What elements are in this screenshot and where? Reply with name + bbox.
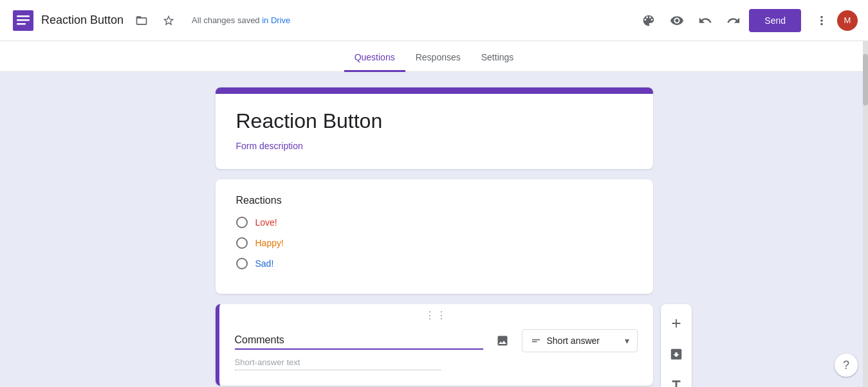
right-toolbar — [661, 304, 692, 387]
image-upload-button[interactable] — [491, 329, 514, 352]
tab-questions[interactable]: Questions — [344, 52, 405, 72]
option-sad: Sad! — [236, 258, 633, 269]
star-button[interactable] — [156, 8, 181, 33]
palette-button[interactable] — [636, 8, 661, 33]
form-description[interactable]: Form description — [236, 141, 633, 151]
question-input[interactable] — [235, 332, 483, 350]
add-question-button[interactable] — [661, 309, 692, 338]
question-row: Short answer ▾ — [235, 329, 638, 352]
option-sad-text: Sad! — [255, 258, 274, 269]
svg-rect-3 — [17, 23, 26, 25]
preview-button[interactable] — [664, 8, 690, 33]
scrollbar-thumb[interactable] — [863, 54, 868, 105]
svg-rect-1 — [17, 15, 30, 17]
title-card: Reaction Button Form description — [216, 87, 653, 169]
type-select-arrow-icon: ▾ — [625, 336, 629, 346]
main-content: Reaction Button Form description Reactio… — [0, 72, 868, 387]
svg-rect-2 — [17, 19, 30, 21]
scrollbar[interactable] — [863, 41, 868, 387]
reactions-question-card: Reactions Love! Happy! Sad! — [216, 179, 653, 294]
radio-love[interactable] — [236, 217, 248, 228]
tabs-bar: Questions Responses Settings — [0, 41, 868, 72]
option-happy: Happy! — [236, 237, 633, 249]
user-avatar[interactable]: M — [837, 10, 858, 31]
doc-title: Reaction Button — [41, 14, 124, 27]
radio-happy[interactable] — [236, 237, 248, 249]
drag-handle[interactable]: ⋮⋮ — [219, 304, 653, 324]
topbar: Reaction Button All changes saved in Dri… — [0, 0, 868, 41]
reactions-label: Reactions — [236, 195, 633, 206]
send-button[interactable]: Send — [749, 9, 801, 32]
topbar-icons: Send M — [636, 8, 858, 33]
help-button[interactable]: ? — [835, 354, 858, 377]
question-content: Short answer ▾ Short-answer text — [219, 324, 653, 386]
tab-settings[interactable]: Settings — [471, 52, 524, 72]
add-title-button[interactable] — [661, 371, 692, 387]
short-answer-preview: Short-answer text — [235, 357, 441, 370]
undo-button[interactable] — [692, 8, 718, 33]
folder-star-area — [129, 8, 181, 33]
app-icon — [10, 8, 36, 33]
active-question-wrapper: ⋮⋮ Short answer ▾ Short-answer text — [216, 304, 653, 386]
option-happy-text: Happy! — [255, 238, 284, 248]
form-title: Reaction Button — [236, 109, 633, 133]
import-question-button[interactable] — [661, 340, 692, 368]
option-love-text: Love! — [255, 217, 277, 228]
saved-status: All changes saved in Drive — [192, 15, 290, 25]
comments-question-card: ⋮⋮ Short answer ▾ Short-answer text — [216, 304, 653, 386]
redo-button[interactable] — [721, 8, 746, 33]
more-options-button[interactable] — [809, 8, 835, 33]
option-love: Love! — [236, 217, 633, 228]
radio-sad[interactable] — [236, 258, 248, 269]
folder-button[interactable] — [129, 8, 154, 33]
topbar-left: Reaction Button All changes saved in Dri… — [10, 8, 636, 33]
type-select[interactable]: Short answer ▾ — [522, 329, 638, 352]
tab-responses[interactable]: Responses — [405, 52, 471, 72]
type-select-label: Short answer — [547, 336, 600, 346]
